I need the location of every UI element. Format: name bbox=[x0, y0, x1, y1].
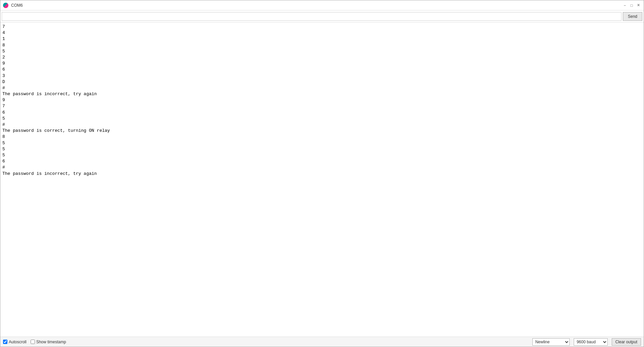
baud-select[interactable]: 300 baud1200 baud2400 baud4800 baud9600 … bbox=[574, 338, 608, 346]
output-line: 6 bbox=[2, 67, 642, 73]
output-line: 5 bbox=[2, 116, 642, 122]
title-bar-left: COM6 bbox=[3, 3, 23, 8]
output-line: 1 bbox=[2, 36, 642, 42]
output-line: 6 bbox=[2, 158, 642, 164]
output-line: # bbox=[2, 164, 642, 170]
output-line: 5 bbox=[2, 152, 642, 158]
output-line: 5 bbox=[2, 48, 642, 54]
output-area: 741852963D#The password is incorrect, tr… bbox=[0, 23, 644, 337]
newline-select[interactable]: No line endingNewlineCarriage returnBoth… bbox=[532, 338, 570, 346]
output-line: # bbox=[2, 122, 642, 128]
autoscroll-checkbox[interactable] bbox=[3, 340, 7, 344]
output-line: The password is correct, turning ON rela… bbox=[2, 128, 642, 134]
output-line: The password is incorrect, try again bbox=[2, 171, 642, 177]
serial-input[interactable] bbox=[2, 12, 621, 21]
output-line: 8 bbox=[2, 42, 642, 48]
output-line: 6 bbox=[2, 110, 642, 116]
restore-button[interactable]: □ bbox=[629, 3, 634, 8]
output-line: 9 bbox=[2, 61, 642, 67]
minimize-button[interactable]: − bbox=[622, 3, 628, 8]
output-line: 3 bbox=[2, 73, 642, 79]
app-icon bbox=[3, 3, 8, 8]
autoscroll-label[interactable]: Autoscroll bbox=[3, 340, 27, 344]
close-button[interactable]: ✕ bbox=[636, 3, 641, 8]
output-line: 9 bbox=[2, 97, 642, 103]
window-title: COM6 bbox=[11, 3, 23, 8]
send-button[interactable]: Send bbox=[623, 12, 642, 21]
output-line: 8 bbox=[2, 134, 642, 140]
output-line: 5 bbox=[2, 140, 642, 146]
output-line: 2 bbox=[2, 54, 642, 61]
show-timestamp-text: Show timestamp bbox=[36, 340, 66, 344]
output-line: 7 bbox=[2, 103, 642, 109]
output-line: The password is incorrect, try again bbox=[2, 91, 642, 97]
output-line: # bbox=[2, 85, 642, 91]
output-line: 4 bbox=[2, 30, 642, 36]
clear-output-button[interactable]: Clear output bbox=[612, 338, 641, 346]
output-line: 7 bbox=[2, 24, 642, 30]
window-controls: − □ ✕ bbox=[622, 3, 641, 8]
show-timestamp-label[interactable]: Show timestamp bbox=[31, 340, 66, 344]
output-line: D bbox=[2, 79, 642, 85]
show-timestamp-checkbox[interactable] bbox=[31, 340, 35, 344]
title-bar: COM6 − □ ✕ bbox=[0, 0, 644, 10]
main-window: COM6 − □ ✕ Send 741852963D#The password … bbox=[0, 0, 644, 347]
toolbar: Send bbox=[0, 10, 644, 23]
autoscroll-text: Autoscroll bbox=[9, 340, 27, 344]
output-line: 5 bbox=[2, 146, 642, 152]
status-bar: Autoscroll Show timestamp No line ending… bbox=[0, 337, 644, 347]
